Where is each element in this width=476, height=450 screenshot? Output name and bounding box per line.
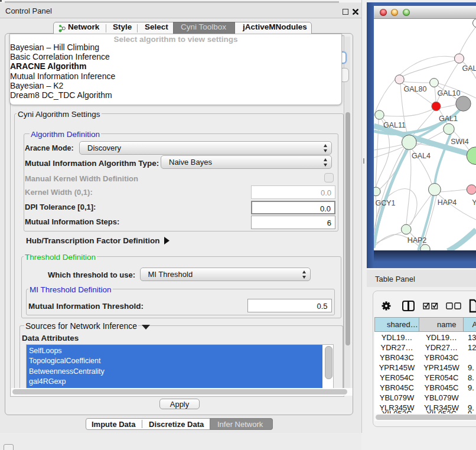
svg-text:SWI4: SWI4 — [451, 138, 469, 146]
svg-text:GAL: GAL — [462, 64, 476, 73]
svg-text:GAL10: GAL10 — [438, 89, 461, 97]
svg-text:GCY1: GCY1 — [375, 199, 395, 207]
svg-text:GAL80: GAL80 — [404, 85, 427, 93]
svg-text:Y: Y — [472, 198, 476, 207]
svg-text:GAL11: GAL11 — [383, 121, 406, 129]
svg-text:HAP4: HAP4 — [438, 198, 457, 207]
svg-text:GAL1: GAL1 — [439, 115, 458, 123]
svg-text:HAP2: HAP2 — [407, 236, 427, 244]
svg-text:GAL4: GAL4 — [412, 152, 431, 160]
